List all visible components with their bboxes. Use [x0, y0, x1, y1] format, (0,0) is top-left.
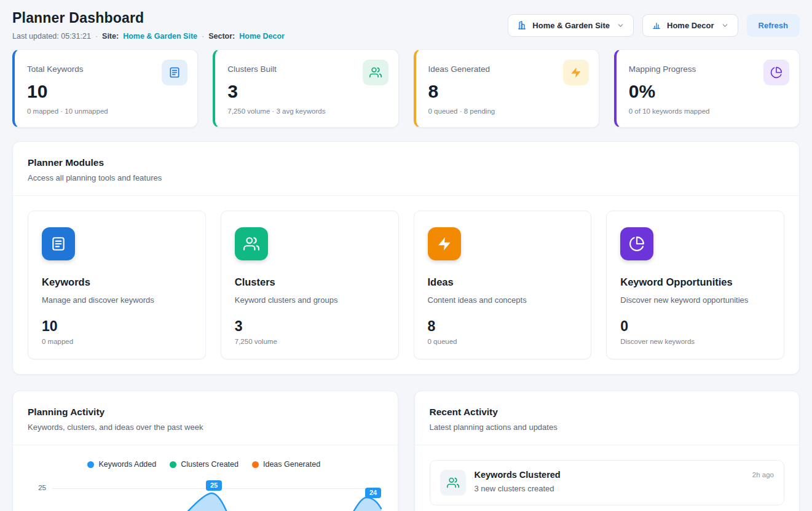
stat-card-clusters-built: Clusters Built 3 7,250 volume · 3 avg ke…: [213, 49, 398, 128]
module-value: 0: [620, 318, 770, 335]
module-value: 10: [42, 318, 192, 335]
legend-dot-green: [170, 461, 176, 468]
legend-label: Keywords Added: [98, 460, 156, 469]
stat-card-total-keywords: Total Keywords 10 0 mapped · 10 unmapped: [12, 49, 198, 128]
y-axis-tick-label: 25: [24, 484, 46, 491]
stat-detail: 0 of 10 keywords mapped: [629, 107, 787, 115]
stat-value: 8: [428, 81, 586, 102]
site-selector-dropdown[interactable]: Home & Garden Site: [508, 14, 634, 37]
separator-dot: ·: [95, 32, 98, 41]
stat-label: Ideas Generated: [428, 64, 491, 74]
sector-label: Sector:: [208, 32, 235, 41]
pie-chart-icon: [763, 60, 789, 85]
legend-dot-orange: [252, 461, 259, 468]
bottom-panels: Planning Activity Keywords, clusters, an…: [12, 391, 800, 511]
stat-value: 10: [27, 81, 185, 102]
stat-detail: 0 mapped · 10 unmapped: [27, 107, 185, 115]
legend-item-keywords-added: Keywords Added: [87, 460, 156, 469]
planning-activity-header: Planning Activity Keywords, clusters, an…: [13, 391, 398, 445]
modules-subtitle: Access all planning tools and features: [28, 173, 784, 182]
modules-grid: Keywords Manage and discover keywords 10…: [13, 196, 799, 374]
module-card-keywords[interactable]: Keywords Manage and discover keywords 10…: [28, 211, 206, 359]
module-description: Keyword clusters and groups: [235, 295, 385, 305]
module-detail: 0 mapped: [42, 338, 192, 345]
legend-label: Clusters Created: [181, 460, 238, 469]
last-updated-text: Last updated: 05:31:21: [12, 32, 91, 41]
stat-detail: 7,250 volume · 3 avg keywords: [227, 107, 385, 115]
stat-value: 0%: [629, 81, 787, 102]
module-detail: 0 queued: [428, 338, 578, 345]
stat-cards-row: Total Keywords 10 0 mapped · 10 unmapped…: [12, 49, 800, 128]
data-point-label: 25: [206, 480, 222, 491]
planning-activity-body: Keywords Added Clusters Created Ideas Ge…: [13, 445, 398, 511]
module-description: Content ideas and concepts: [428, 295, 578, 305]
planning-activity-subtitle: Keywords, clusters, and ideas over the p…: [28, 423, 383, 432]
stat-value: 3: [227, 81, 385, 102]
header-meta: Last updated: 05:31:21 · Site: Home & Ga…: [12, 32, 285, 41]
stat-detail: 0 queued · 8 pending: [428, 107, 586, 115]
lightning-icon: [428, 227, 461, 260]
chevron-down-icon: [721, 21, 729, 29]
stat-card-ideas-generated: Ideas Generated 8 0 queued · 8 pending: [414, 49, 599, 128]
modules-header: Planner Modules Access all planning tool…: [13, 142, 799, 196]
module-title: Clusters: [235, 276, 385, 288]
recent-activity-panel: Recent Activity Latest planning actions …: [414, 391, 800, 511]
modules-title: Planner Modules: [28, 157, 784, 168]
planning-activity-panel: Planning Activity Keywords, clusters, an…: [12, 391, 398, 511]
page-header: Planner Dashboard Last updated: 05:31:21…: [12, 10, 800, 41]
pie-chart-icon: [620, 227, 653, 260]
module-card-clusters[interactable]: Clusters Keyword clusters and groups 3 7…: [221, 211, 399, 359]
sector-link[interactable]: Home Decor: [239, 32, 285, 41]
module-title: Keyword Opportunities: [620, 276, 770, 288]
module-description: Discover new keyword opportunities: [620, 295, 770, 305]
planner-dashboard-page: Planner Dashboard Last updated: 05:31:21…: [0, 0, 812, 511]
module-description: Manage and discover keywords: [42, 295, 192, 305]
planning-activity-title: Planning Activity: [28, 407, 383, 418]
header-left: Planner Dashboard Last updated: 05:31:21…: [12, 10, 285, 41]
building-icon: [517, 20, 527, 30]
module-card-keyword-opportunities[interactable]: Keyword Opportunities Discover new keywo…: [606, 211, 784, 359]
module-value: 3: [235, 318, 385, 335]
stat-label: Total Keywords: [27, 64, 84, 74]
bar-chart-icon: [652, 20, 661, 30]
activity-area-chart: 25 25 24: [24, 478, 384, 511]
separator-dot: ·: [202, 32, 204, 41]
chart-legend: Keywords Added Clusters Created Ideas Ge…: [24, 460, 384, 469]
refresh-button[interactable]: Refresh: [747, 14, 800, 37]
module-title: Ideas: [428, 276, 578, 288]
legend-item-ideas-generated: Ideas Generated: [252, 460, 320, 469]
users-icon: [363, 60, 388, 85]
site-link[interactable]: Home & Garden Site: [123, 32, 197, 41]
sector-selector-dropdown[interactable]: Home Decor: [642, 14, 738, 37]
activity-list-item: Keywords Clustered 3 new clusters create…: [430, 460, 785, 505]
stat-label: Clusters Built: [227, 64, 277, 74]
chevron-down-icon: [617, 21, 625, 29]
module-title: Keywords: [42, 276, 192, 288]
activity-timestamp: 2h ago: [752, 470, 774, 478]
header-actions: Home & Garden Site Home Decor Refresh: [508, 14, 800, 37]
recent-activity-subtitle: Latest planning actions and updates: [430, 423, 785, 432]
recent-activity-title: Recent Activity: [430, 407, 785, 418]
module-card-ideas[interactable]: Ideas Content ideas and concepts 8 0 que…: [414, 211, 592, 359]
module-value: 8: [428, 318, 578, 335]
page-title: Planner Dashboard: [12, 10, 285, 26]
module-detail: Discover new keywords: [620, 338, 770, 345]
activity-item-description: 3 new clusters created: [475, 484, 561, 493]
document-icon: [42, 227, 75, 260]
recent-activity-body: Keywords Clustered 3 new clusters create…: [415, 445, 800, 505]
activity-text: Keywords Clustered 3 new clusters create…: [475, 470, 561, 493]
activity-item-title: Keywords Clustered: [475, 470, 561, 480]
site-selector-label: Home & Garden Site: [532, 21, 610, 30]
lightning-icon: [563, 60, 589, 85]
legend-label: Ideas Generated: [263, 460, 320, 469]
stat-card-mapping-progress: Mapping Progress 0% 0 of 10 keywords map…: [614, 49, 800, 128]
chart-plot-area: 25 24: [52, 478, 382, 511]
planner-modules-section: Planner Modules Access all planning tool…: [12, 141, 800, 375]
module-detail: 7,250 volume: [235, 338, 385, 345]
document-icon: [162, 60, 187, 85]
users-icon: [440, 470, 466, 496]
users-icon: [235, 227, 268, 260]
legend-dot-blue: [87, 461, 94, 468]
stat-label: Mapping Progress: [629, 64, 696, 74]
legend-item-clusters-created: Clusters Created: [170, 460, 238, 469]
